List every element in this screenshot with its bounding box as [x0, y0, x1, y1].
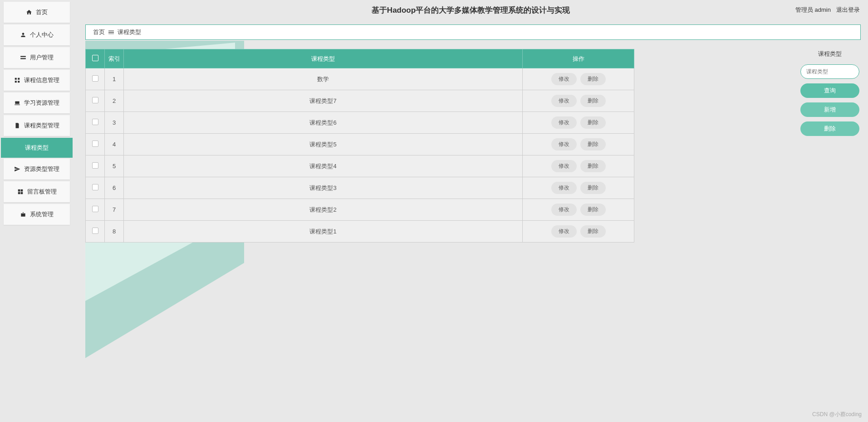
svg-rect-6 — [18, 189, 20, 192]
row-checkbox[interactable] — [92, 141, 98, 147]
row-checkbox[interactable] — [92, 119, 98, 125]
table-row: 4课程类型5修改删除 — [86, 134, 634, 155]
th-index: 索引 — [105, 49, 124, 68]
side-panel: 课程类型 查询 新增 删除 — [799, 43, 861, 422]
edit-button[interactable]: 修改 — [551, 73, 577, 85]
svg-rect-9 — [20, 192, 23, 194]
row-checkbox[interactable] — [92, 184, 98, 190]
svg-rect-3 — [18, 78, 20, 80]
search-input[interactable] — [800, 64, 859, 79]
delete-button[interactable]: 删除 — [800, 121, 859, 136]
table-row: 3课程类型6修改删除 — [86, 112, 634, 134]
cell-index: 1 — [105, 68, 124, 90]
doc-icon — [14, 122, 20, 129]
breadcrumb-home[interactable]: 首页 — [93, 28, 105, 36]
table-row: 8课程类型1修改删除 — [86, 221, 634, 243]
breadcrumb: 首页 课程类型 — [85, 24, 861, 40]
cell-index: 8 — [105, 221, 124, 243]
svg-rect-1 — [20, 58, 26, 59]
grid-icon — [14, 77, 20, 83]
add-button[interactable]: 新增 — [800, 102, 859, 117]
sidebar-item-label: 首页 — [36, 8, 48, 16]
sidebar-item-courseinfo[interactable]: 课程信息管理 — [4, 70, 70, 91]
sidebar-item-home[interactable]: 首页 — [4, 2, 70, 23]
row-checkbox[interactable] — [92, 162, 98, 169]
cell-type: 课程类型2 — [124, 199, 523, 221]
page-title: 基于Hadoop平台的大学多媒体教学管理系统的设计与实现 — [372, 5, 570, 15]
row-checkbox[interactable] — [92, 228, 98, 234]
table-row: 1数学修改删除 — [86, 68, 634, 90]
cell-index: 2 — [105, 90, 124, 112]
users-icon — [20, 54, 26, 61]
edit-button[interactable]: 修改 — [551, 204, 577, 216]
cell-index: 3 — [105, 112, 124, 134]
plane-icon — [14, 166, 20, 172]
sidebar-item-label: 课程信息管理 — [24, 76, 59, 84]
row-delete-button[interactable]: 删除 — [580, 116, 606, 129]
row-delete-button[interactable]: 删除 — [580, 204, 606, 216]
table-row: 6课程类型3修改删除 — [86, 177, 634, 199]
sidebar-item-label: 学习资源管理 — [24, 99, 59, 107]
home-icon — [26, 9, 32, 15]
sidebar-item-label: 留言板管理 — [27, 188, 57, 196]
briefcase-icon — [20, 211, 26, 218]
cell-type: 课程类型4 — [124, 155, 523, 177]
th-action: 操作 — [523, 49, 634, 68]
row-delete-button[interactable]: 删除 — [580, 182, 606, 194]
search-button[interactable]: 查询 — [800, 83, 859, 98]
sidebar-item-users[interactable]: 用户管理 — [4, 47, 70, 68]
watermark: CSDN @小蔡coding — [812, 411, 862, 418]
sidebar-item-system[interactable]: 系统管理 — [4, 204, 70, 225]
edit-button[interactable]: 修改 — [551, 116, 577, 129]
sidebar-item-label: 课程类型管理 — [24, 121, 59, 130]
svg-rect-5 — [18, 81, 20, 82]
breadcrumb-current: 课程类型 — [118, 28, 141, 36]
row-delete-button[interactable]: 删除 — [580, 73, 606, 85]
logout-link[interactable]: 退出登录 — [836, 6, 860, 14]
svg-rect-0 — [20, 56, 26, 57]
sidebar-item-board[interactable]: 留言板管理 — [4, 181, 70, 202]
sidebar-item-profile[interactable]: 个人中心 — [4, 24, 70, 45]
checkbox-all[interactable] — [92, 55, 98, 61]
table-row: 2课程类型7修改删除 — [86, 90, 634, 112]
row-delete-button[interactable]: 删除 — [580, 225, 606, 238]
svg-rect-2 — [15, 78, 17, 80]
sidebar-sub-label: 课程类型 — [25, 144, 49, 152]
user-label[interactable]: 管理员 admin — [795, 6, 831, 14]
sidebar-item-studyres[interactable]: 学习资源管理 — [4, 92, 70, 113]
row-delete-button[interactable]: 删除 — [580, 95, 606, 107]
sidebar-item-label: 系统管理 — [30, 210, 54, 218]
sidebar-sub-coursetype[interactable]: 课程类型 — [1, 138, 73, 158]
cell-type: 课程类型7 — [124, 90, 523, 112]
edit-button[interactable]: 修改 — [551, 160, 577, 172]
cell-type: 课程类型3 — [124, 177, 523, 199]
sidebar-item-label: 资源类型管理 — [24, 165, 59, 173]
sidebar-item-label: 用户管理 — [30, 53, 54, 62]
person-icon — [20, 32, 26, 38]
row-checkbox[interactable] — [92, 97, 98, 103]
sidebar-item-coursetype[interactable]: 课程类型管理 — [4, 115, 70, 136]
board-icon — [17, 189, 24, 195]
row-delete-button[interactable]: 删除 — [580, 138, 606, 150]
edit-button[interactable]: 修改 — [551, 95, 577, 107]
row-checkbox[interactable] — [92, 75, 98, 82]
data-table: 索引 课程类型 操作 1数学修改删除2课程类型7修改删除3课程类型6修改删除4课… — [85, 49, 634, 243]
svg-rect-8 — [18, 192, 20, 194]
row-checkbox[interactable] — [92, 206, 98, 212]
edit-button[interactable]: 修改 — [551, 182, 577, 194]
cell-type: 课程类型1 — [124, 221, 523, 243]
sidebar-item-restype[interactable]: 资源类型管理 — [4, 159, 70, 179]
edit-button[interactable]: 修改 — [551, 225, 577, 238]
panel-title: 课程类型 — [818, 50, 842, 58]
row-delete-button[interactable]: 删除 — [580, 160, 606, 172]
cell-index: 4 — [105, 134, 124, 155]
cell-index: 5 — [105, 155, 124, 177]
sidebar: 首页 个人中心 用户管理 课程信息管理 学习资源管理 课程类型管理 课程类型 资… — [0, 0, 74, 422]
svg-rect-7 — [20, 189, 23, 192]
th-type: 课程类型 — [124, 49, 523, 68]
cell-type: 课程类型5 — [124, 134, 523, 155]
edit-button[interactable]: 修改 — [551, 138, 577, 150]
laptop-icon — [14, 100, 20, 106]
table-row: 7课程类型2修改删除 — [86, 199, 634, 221]
cell-type: 课程类型6 — [124, 112, 523, 134]
